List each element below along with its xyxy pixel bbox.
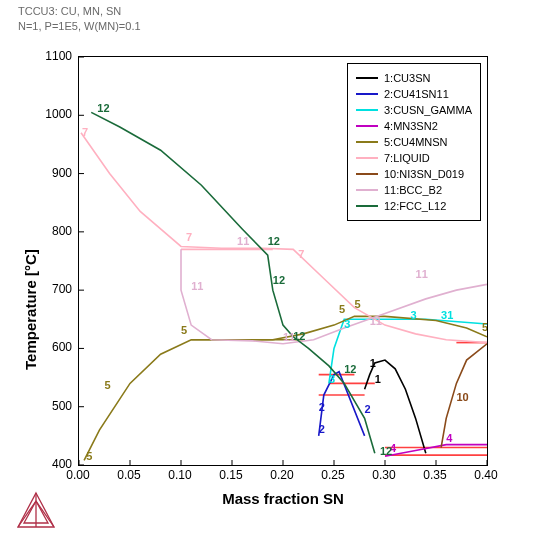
svg-text:31: 31 <box>441 309 453 321</box>
legend-label: 1:CU3SN <box>384 72 430 84</box>
x-tick: 0.35 <box>423 468 446 482</box>
svg-text:4: 4 <box>446 432 453 444</box>
svg-text:11: 11 <box>416 268 428 280</box>
y-tick: 800 <box>38 224 72 238</box>
x-tick: 0.15 <box>219 468 242 482</box>
plot-area: 1277111271112115511553311315121211232210… <box>78 56 488 466</box>
svg-text:2: 2 <box>365 403 371 415</box>
svg-text:5: 5 <box>339 303 345 315</box>
legend-label: 3:CUSN_GAMMA <box>384 104 472 116</box>
figure: TCCU3: CU, MN, SN N=1, P=1E5, W(MN)=0.1 … <box>0 0 536 549</box>
legend-swatch <box>356 173 378 175</box>
title-line-2: N=1, P=1E5, W(MN)=0.1 <box>18 19 141 34</box>
svg-text:7: 7 <box>186 231 192 243</box>
y-tick: 900 <box>38 166 72 180</box>
y-tick: 500 <box>38 399 72 413</box>
legend-item: 2:CU41SN11 <box>356 86 472 102</box>
svg-text:5: 5 <box>105 379 111 391</box>
legend-swatch <box>356 157 378 159</box>
legend-item: 5:CU4MNSN <box>356 134 472 150</box>
y-tick: 400 <box>38 457 72 471</box>
legend-item: 10:NI3SN_D019 <box>356 166 472 182</box>
x-tick: 0.20 <box>270 468 293 482</box>
svg-text:7: 7 <box>298 248 304 260</box>
legend-label: 5:CU4MNSN <box>384 136 448 148</box>
legend-label: 4:MN3SN2 <box>384 120 438 132</box>
svg-text:2: 2 <box>319 401 325 413</box>
svg-text:12: 12 <box>344 363 356 375</box>
legend-item: 4:MN3SN2 <box>356 118 472 134</box>
legend-item: 12:FCC_L12 <box>356 198 472 214</box>
svg-text:12: 12 <box>293 330 305 342</box>
svg-text:5: 5 <box>181 324 187 336</box>
svg-text:11: 11 <box>370 315 382 327</box>
svg-text:5: 5 <box>354 298 360 310</box>
legend-label: 10:NI3SN_D019 <box>384 168 464 180</box>
svg-text:11: 11 <box>191 280 203 292</box>
legend-label: 12:FCC_L12 <box>384 200 446 212</box>
legend-swatch <box>356 125 378 127</box>
svg-text:2: 2 <box>319 423 325 435</box>
x-tick: 0.30 <box>372 468 395 482</box>
chart-header: TCCU3: CU, MN, SN N=1, P=1E5, W(MN)=0.1 <box>18 4 141 34</box>
legend-swatch <box>356 141 378 143</box>
svg-text:12: 12 <box>273 274 285 286</box>
legend-label: 2:CU41SN11 <box>384 88 449 100</box>
legend-swatch <box>356 93 378 95</box>
x-tick: 0.25 <box>321 468 344 482</box>
svg-text:1: 1 <box>375 373 381 385</box>
svg-text:5: 5 <box>482 321 487 333</box>
svg-text:7: 7 <box>82 126 88 138</box>
y-tick: 1000 <box>38 107 72 121</box>
svg-text:1: 1 <box>370 357 376 369</box>
y-tick: 1100 <box>38 49 72 63</box>
legend-item: 3:CUSN_GAMMA <box>356 102 472 118</box>
legend-swatch <box>356 109 378 111</box>
y-axis-label: Temperature [°C] <box>22 249 39 370</box>
x-tick: 0.05 <box>117 468 140 482</box>
legend-label: 7:LIQUID <box>384 152 430 164</box>
title-line-1: TCCU3: CU, MN, SN <box>18 4 141 19</box>
x-tick: 0.10 <box>168 468 191 482</box>
svg-text:10: 10 <box>456 391 468 403</box>
legend-item: 7:LIQUID <box>356 150 472 166</box>
y-tick: 600 <box>38 340 72 354</box>
svg-text:12: 12 <box>380 445 392 457</box>
x-tick: 0.40 <box>474 468 497 482</box>
legend-swatch <box>356 205 378 207</box>
legend-swatch <box>356 189 378 191</box>
x-axis-label: Mass fraction SN <box>78 490 488 507</box>
svg-text:3: 3 <box>411 309 417 321</box>
legend-item: 1:CU3SN <box>356 70 472 86</box>
svg-text:12: 12 <box>268 235 280 247</box>
legend-item: 11:BCC_B2 <box>356 182 472 198</box>
svg-text:3: 3 <box>329 373 335 385</box>
svg-text:3: 3 <box>344 318 350 330</box>
legend: 1:CU3SN2:CU41SN113:CUSN_GAMMA4:MN3SN25:C… <box>347 63 481 221</box>
svg-text:5: 5 <box>86 450 92 462</box>
thermocalc-logo-icon <box>14 491 58 535</box>
legend-swatch <box>356 77 378 79</box>
svg-text:11: 11 <box>237 235 249 247</box>
y-tick: 700 <box>38 282 72 296</box>
legend-label: 11:BCC_B2 <box>384 184 442 196</box>
svg-text:12: 12 <box>97 102 109 114</box>
